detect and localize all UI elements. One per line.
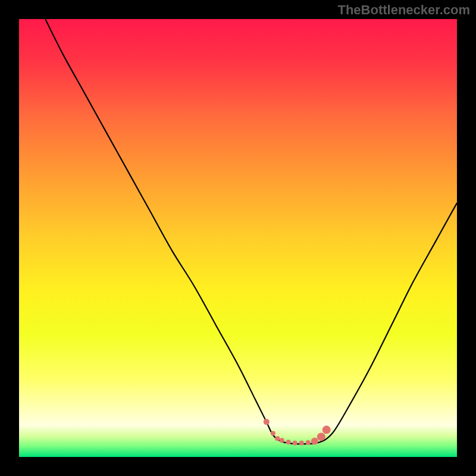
svg-point-11 <box>322 425 331 434</box>
bottleneck-curve <box>19 19 457 457</box>
svg-point-1 <box>264 419 270 425</box>
svg-point-10 <box>317 433 325 441</box>
svg-point-2 <box>271 431 275 436</box>
svg-point-3 <box>275 436 280 441</box>
svg-point-5 <box>286 440 291 444</box>
attribution-text: TheBottlenecker.com <box>337 2 470 18</box>
plot-area <box>19 19 457 457</box>
chart-container: TheBottlenecker.com <box>0 0 476 476</box>
svg-point-8 <box>306 440 311 445</box>
svg-point-9 <box>311 438 318 445</box>
svg-point-7 <box>299 440 304 445</box>
svg-point-4 <box>280 438 284 443</box>
svg-point-6 <box>293 440 298 445</box>
